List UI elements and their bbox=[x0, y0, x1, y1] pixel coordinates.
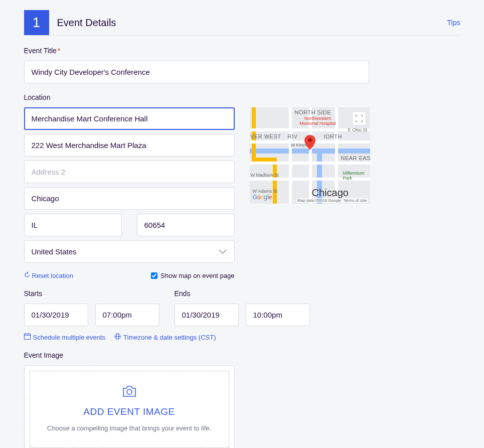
reset-location-link[interactable]: Reset location bbox=[24, 272, 73, 279]
fullscreen-icon[interactable] bbox=[352, 111, 366, 125]
city-input[interactable] bbox=[24, 187, 235, 210]
country-select[interactable] bbox=[24, 240, 235, 263]
map-city-label: Chicago bbox=[312, 187, 349, 199]
google-logo: Google bbox=[253, 194, 272, 201]
address1-input[interactable] bbox=[24, 134, 235, 157]
svg-rect-1 bbox=[24, 334, 30, 340]
start-date-input[interactable] bbox=[24, 304, 88, 326]
step-number-badge: 1 bbox=[24, 10, 49, 35]
schedule-multiple-link[interactable]: Schedule multiple events bbox=[24, 333, 106, 341]
end-date-input[interactable] bbox=[175, 304, 239, 326]
location-label: Location bbox=[24, 93, 460, 101]
camera-icon bbox=[122, 385, 136, 399]
location-block: Location bbox=[24, 93, 460, 279]
starts-label: Starts bbox=[24, 289, 159, 297]
tips-link[interactable]: Tips bbox=[447, 19, 460, 27]
event-title-input[interactable] bbox=[24, 61, 369, 83]
address2-input[interactable] bbox=[24, 161, 235, 183]
map-park-label: MillenniumPark bbox=[343, 171, 365, 181]
refresh-icon bbox=[24, 272, 30, 279]
datetime-block: Starts Ends Schedule multiple events bbox=[24, 289, 460, 341]
event-title-field: Event Title* bbox=[24, 47, 460, 83]
svg-point-0 bbox=[308, 138, 311, 142]
event-image-block: Event Image ADD EVENT IMAGE Choose a com… bbox=[24, 351, 460, 448]
map-label: IORTH bbox=[324, 133, 343, 139]
section-header: 1 Event Details Tips bbox=[24, 10, 460, 36]
postal-input[interactable] bbox=[137, 214, 235, 236]
section-title: Event Details bbox=[57, 17, 116, 29]
show-map-checkbox[interactable]: Show map on event page bbox=[151, 272, 234, 279]
upload-title: ADD EVENT IMAGE bbox=[83, 406, 175, 417]
timezone-settings-link[interactable]: Timezone & date settings (CST) bbox=[114, 333, 216, 341]
country-value[interactable] bbox=[24, 240, 235, 263]
venue-input[interactable] bbox=[24, 107, 235, 130]
map-label: NORTH SIDE bbox=[295, 109, 332, 115]
map-street-label: E Ohio St bbox=[348, 127, 368, 132]
map-street-label: W Adams St bbox=[253, 189, 278, 194]
svg-point-8 bbox=[127, 389, 132, 394]
map-preview[interactable]: NORTH SIDE IVER WEST RIV IORTH NEAR EAS … bbox=[250, 107, 370, 279]
calendar-icon bbox=[24, 333, 31, 341]
map-hospital-label: NorthwesternMemorial Hospital bbox=[300, 116, 336, 126]
upload-dropzone[interactable]: ADD EVENT IMAGE Choose a compelling imag… bbox=[24, 365, 235, 448]
upload-subtitle: Choose a compelling image that brings yo… bbox=[47, 424, 211, 432]
event-title-label: Event Title* bbox=[24, 47, 460, 55]
map-attribution: Map data ©2018 Google Terms of Use bbox=[296, 198, 368, 203]
show-map-input[interactable] bbox=[151, 272, 157, 279]
map-pin-icon bbox=[304, 135, 315, 150]
map-label: RIV bbox=[288, 133, 298, 139]
start-time-input[interactable] bbox=[95, 304, 159, 326]
state-input[interactable] bbox=[24, 214, 122, 236]
ends-label: Ends bbox=[175, 289, 310, 297]
globe-icon bbox=[114, 333, 121, 341]
map-label: IVER WEST bbox=[250, 133, 281, 139]
map-street-label: W Madison St bbox=[251, 173, 279, 178]
end-time-input[interactable] bbox=[246, 304, 310, 326]
map-label: NEAR EAS bbox=[341, 155, 370, 161]
event-image-label: Event Image bbox=[24, 351, 460, 359]
